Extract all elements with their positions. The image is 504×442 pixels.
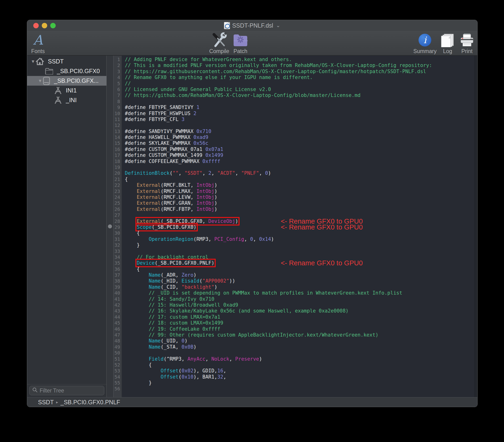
code-token [125, 368, 161, 374]
code-text: // 16: Skylake/KabyLake 0x56c (and some … [125, 308, 348, 314]
code-line[interactable]: 55 } [113, 380, 474, 386]
code-line[interactable]: 22 External(RMCF.BKLT, IntObj) [113, 182, 474, 188]
code-token: "" [173, 170, 178, 176]
code-line[interactable]: 21{ [113, 177, 474, 182]
code-line[interactable]: 56 [113, 386, 474, 392]
code-line[interactable]: 40 // _UID is set depending on PWMMax to… [113, 290, 474, 296]
tree-item-label: INI1 [66, 87, 77, 94]
print-button[interactable]: Print [460, 32, 474, 54]
code-line[interactable]: 4// Rename GFX0 to anything else if your… [113, 74, 474, 80]
code-line[interactable]: 39 Name(_CID, "backlight") [113, 284, 474, 290]
code-line[interactable]: 17#define CUSTOM_PWMMAX_1499 0x1499 [113, 152, 474, 158]
code-token: (_ADR, [161, 272, 182, 278]
code-line[interactable]: 10#define FBTYPE_HSWPLUS 2 [113, 111, 474, 117]
code-line[interactable]: 12 [113, 123, 474, 128]
code-line[interactable]: 35 Device(_SB.PCI0.GFX0.PNLF)<- Rename G… [113, 260, 474, 266]
code-line[interactable]: 14#define HASWELL_PWMMAX 0xad9 [113, 134, 474, 140]
code-token: , [223, 368, 226, 374]
chevron-down-icon[interactable]: ⌄ [276, 22, 280, 29]
code-line[interactable]: 7// https://github.com/RehabMan/OS-X-Clo… [113, 92, 474, 98]
code-line[interactable]: 51 Field(^RMP3, AnyAcc, NoLock, Preserve… [113, 356, 474, 362]
code-line[interactable]: 44 // 17: custom LMAX=0x7a1 [113, 314, 474, 320]
code-line[interactable]: 45 // 18: custom LMAX=0x1499 [113, 320, 474, 326]
code-line[interactable]: 1// Adding PNLF device for WhateverGreen… [113, 57, 474, 63]
code-line[interactable]: 19 [113, 164, 474, 170]
code-line[interactable]: 54 Offset(0x10), BAR1,32, [113, 374, 474, 380]
code-line[interactable]: 30 { [113, 230, 474, 236]
disclosure-triangle-icon[interactable]: ▼ [30, 59, 36, 64]
code-token [125, 272, 149, 278]
line-number: 16 [113, 146, 122, 152]
code-line[interactable]: 31 OperationRegion(RMP3, PCI_Config, 0, … [113, 236, 474, 242]
code-line[interactable]: 37 Name(_ADR, Zero) [113, 272, 474, 278]
code-line[interactable]: 6// Licensed under GNU General Public Li… [113, 87, 474, 92]
code-line[interactable]: 29 Scope(_SB.PCI0.GFX0)<- Rename GFX0 to… [113, 224, 474, 230]
code-editor[interactable]: 1// Adding PNLF device for WhateverGreen… [113, 56, 477, 397]
log-button[interactable]: Log [441, 32, 454, 54]
code-line[interactable]: 23 External(RMCF.LMAX, IntObj) [113, 188, 474, 194]
code-line[interactable]: 18#define COFFEELAKE_PWMMAX 0xffff [113, 159, 474, 164]
tree-item-ssdt[interactable]: ▼ SSDT [27, 57, 107, 66]
code-line[interactable]: 11#define FBTYPE_CFL 3 [113, 117, 474, 123]
close-button[interactable] [33, 23, 39, 28]
code-token: ) [194, 272, 197, 278]
red-highlight-box: Scope(_SB.PCI0.GFX0) [137, 224, 197, 230]
summary-button[interactable]: i Summary [414, 32, 436, 54]
vertical-scrollbar[interactable] [474, 56, 477, 397]
minimize-button[interactable] [42, 23, 47, 28]
code-line[interactable]: 33 [113, 248, 474, 254]
code-token: External [137, 218, 161, 224]
disclosure-triangle-icon[interactable]: ▼ [37, 78, 43, 84]
compile-button[interactable]: Compile [209, 32, 229, 54]
code-line[interactable]: 2// This is a modified PNLF version orig… [113, 63, 474, 68]
tree-item-gfx0-selected[interactable]: ▼ _SB.PCI0.GFX... [27, 76, 107, 86]
print-label: Print [460, 48, 474, 54]
code-line[interactable]: 50 [113, 350, 474, 356]
code-line[interactable]: 52 { [113, 362, 474, 368]
code-line[interactable]: 20DefinitionBlock("", "SSDT", 2, "ACDT",… [113, 170, 474, 176]
code-line[interactable]: 16#define CUSTOM_PWMMAX_07a1 0x07a1 [113, 146, 474, 152]
code-line[interactable]: 49 Name(_STA, 0x0B) [113, 344, 474, 350]
code-token: #define FBTYPE_HSWPLUS [125, 111, 194, 116]
code-token: 16 [217, 368, 223, 374]
filter-tree-input[interactable]: Filter Tree [29, 386, 104, 395]
code-line[interactable]: 48 Name(_UID, 0) [113, 338, 474, 344]
divider-handle[interactable] [108, 225, 112, 229]
code-line[interactable]: 36 { [113, 266, 474, 272]
code-token: ) [184, 338, 188, 344]
code-line[interactable]: 9#define FBTYPE_SANDYIVY 1 [113, 105, 474, 110]
code-token: ) [259, 356, 262, 362]
tree-item-gfx0-folder[interactable]: _SB.PCI0.GFX0 [27, 66, 107, 76]
code-line[interactable]: 42 // 15: Haswell/Broadwell 0xad9 [113, 302, 474, 308]
window-title-group[interactable]: DSL SSDT-PNLF.dsl ⌄ [224, 22, 280, 29]
code-token: ( [170, 170, 173, 176]
tree-item-ini1[interactable]: INI1 [27, 86, 107, 95]
code-token [125, 344, 149, 350]
code-line[interactable]: 43 // 16: Skylake/KabyLake 0x56c (and so… [113, 308, 474, 314]
code-line[interactable]: 53 Offset(0x02), GDID,16, [113, 368, 474, 374]
pane-divider[interactable] [107, 56, 113, 397]
code-line[interactable]: 15#define SKYLAKE_PWMMAX 0x56c [113, 140, 474, 146]
fonts-button[interactable]: A Fonts [31, 32, 45, 54]
code-line[interactable]: 32 } [113, 242, 474, 248]
code-line[interactable]: 26 External(RMCF.FBTP, IntObj) [113, 206, 474, 212]
patch-button[interactable]: Patch [233, 32, 248, 54]
code-line[interactable]: 5// [113, 81, 474, 87]
code-token: // Rename GFX0 to anything else if your … [125, 74, 313, 80]
code-token: ) [194, 344, 197, 350]
code-line[interactable]: 3// https://raw.githubusercontent.com/Re… [113, 69, 474, 74]
code-line[interactable]: 38 Name(_HID, EisaId("APP0002")) [113, 278, 474, 284]
code-line[interactable]: 41 // 14: Sandy/Ivy 0x710 [113, 296, 474, 302]
code-line[interactable]: 46 // 19: CoffeeLake 0xffff [113, 326, 474, 332]
code-line[interactable]: 8 [113, 99, 474, 105]
code-line[interactable]: 25 External(RMCF.GRAN, IntObj) [113, 200, 474, 206]
tree-item-ini[interactable]: _INI [27, 95, 107, 105]
code-token: #define CUSTOM_PWMMAX_1499 [125, 152, 205, 158]
code-line[interactable]: 24 External(RMCF.LEVW, IntObj) [113, 194, 474, 200]
code-token: External [137, 206, 161, 212]
code-token: (RMCF.GRAN, [161, 200, 197, 206]
code-line[interactable]: 13#define SANDYIVY_PWMMAX 0x710 [113, 128, 474, 134]
code-line[interactable]: 47 // 99: Other (requires custom AppleBa… [113, 332, 474, 338]
zoom-button[interactable] [50, 23, 56, 28]
code-token: 2 [208, 170, 211, 176]
